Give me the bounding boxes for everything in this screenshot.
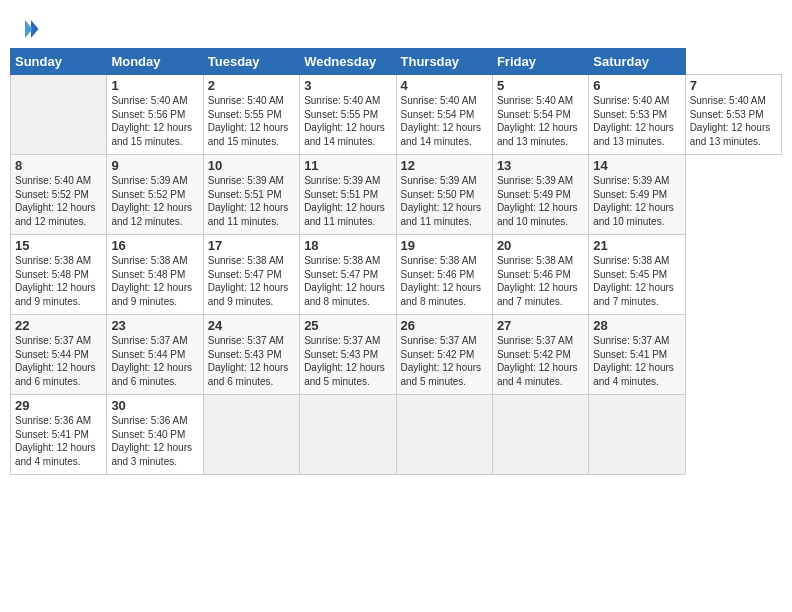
day-info: Sunrise: 5:40 AM Sunset: 5:55 PM Dayligh… [208,94,295,148]
day-number: 2 [208,78,295,93]
day-info: Sunrise: 5:37 AM Sunset: 5:43 PM Dayligh… [208,334,295,388]
day-number: 1 [111,78,198,93]
logo [10,14,42,44]
day-number: 24 [208,318,295,333]
day-info: Sunrise: 5:38 AM Sunset: 5:48 PM Dayligh… [15,254,102,308]
calendar-header-row: SundayMondayTuesdayWednesdayThursdayFrid… [11,49,782,75]
day-number: 20 [497,238,584,253]
day-info: Sunrise: 5:38 AM Sunset: 5:48 PM Dayligh… [111,254,198,308]
calendar-week-5: 29 Sunrise: 5:36 AM Sunset: 5:41 PM Dayl… [11,395,782,475]
day-number: 11 [304,158,391,173]
calendar-day: 1 Sunrise: 5:40 AM Sunset: 5:56 PM Dayli… [107,75,203,155]
day-header-monday: Monday [107,49,203,75]
day-info: Sunrise: 5:39 AM Sunset: 5:49 PM Dayligh… [593,174,680,228]
day-info: Sunrise: 5:39 AM Sunset: 5:52 PM Dayligh… [111,174,198,228]
day-info: Sunrise: 5:38 AM Sunset: 5:45 PM Dayligh… [593,254,680,308]
day-info: Sunrise: 5:38 AM Sunset: 5:46 PM Dayligh… [401,254,488,308]
day-number: 4 [401,78,488,93]
calendar-day: 11 Sunrise: 5:39 AM Sunset: 5:51 PM Dayl… [300,155,396,235]
day-number: 19 [401,238,488,253]
day-header-tuesday: Tuesday [203,49,299,75]
day-info: Sunrise: 5:40 AM Sunset: 5:54 PM Dayligh… [401,94,488,148]
day-number: 5 [497,78,584,93]
day-info: Sunrise: 5:40 AM Sunset: 5:55 PM Dayligh… [304,94,391,148]
day-info: Sunrise: 5:36 AM Sunset: 5:41 PM Dayligh… [15,414,102,468]
calendar-day: 16 Sunrise: 5:38 AM Sunset: 5:48 PM Dayl… [107,235,203,315]
day-header-saturday: Saturday [589,49,685,75]
calendar-day [11,75,107,155]
day-info: Sunrise: 5:39 AM Sunset: 5:49 PM Dayligh… [497,174,584,228]
day-info: Sunrise: 5:40 AM Sunset: 5:56 PM Dayligh… [111,94,198,148]
day-header-friday: Friday [492,49,588,75]
calendar-day: 19 Sunrise: 5:38 AM Sunset: 5:46 PM Dayl… [396,235,492,315]
calendar-day: 20 Sunrise: 5:38 AM Sunset: 5:46 PM Dayl… [492,235,588,315]
day-info: Sunrise: 5:37 AM Sunset: 5:44 PM Dayligh… [111,334,198,388]
calendar-day: 14 Sunrise: 5:39 AM Sunset: 5:49 PM Dayl… [589,155,685,235]
day-number: 21 [593,238,680,253]
day-number: 9 [111,158,198,173]
calendar-day: 10 Sunrise: 5:39 AM Sunset: 5:51 PM Dayl… [203,155,299,235]
day-info: Sunrise: 5:39 AM Sunset: 5:50 PM Dayligh… [401,174,488,228]
day-number: 23 [111,318,198,333]
day-number: 12 [401,158,488,173]
day-number: 22 [15,318,102,333]
calendar-day: 24 Sunrise: 5:37 AM Sunset: 5:43 PM Dayl… [203,315,299,395]
page-header [10,10,782,44]
day-number: 3 [304,78,391,93]
calendar-day: 25 Sunrise: 5:37 AM Sunset: 5:43 PM Dayl… [300,315,396,395]
calendar-day: 12 Sunrise: 5:39 AM Sunset: 5:50 PM Dayl… [396,155,492,235]
day-info: Sunrise: 5:39 AM Sunset: 5:51 PM Dayligh… [208,174,295,228]
day-info: Sunrise: 5:40 AM Sunset: 5:53 PM Dayligh… [690,94,777,148]
day-info: Sunrise: 5:36 AM Sunset: 5:40 PM Dayligh… [111,414,198,468]
day-info: Sunrise: 5:39 AM Sunset: 5:51 PM Dayligh… [304,174,391,228]
day-number: 26 [401,318,488,333]
calendar-day: 7 Sunrise: 5:40 AM Sunset: 5:53 PM Dayli… [685,75,781,155]
calendar-day [300,395,396,475]
day-info: Sunrise: 5:38 AM Sunset: 5:47 PM Dayligh… [304,254,391,308]
day-number: 30 [111,398,198,413]
calendar-week-2: 8 Sunrise: 5:40 AM Sunset: 5:52 PM Dayli… [11,155,782,235]
calendar-day: 29 Sunrise: 5:36 AM Sunset: 5:41 PM Dayl… [11,395,107,475]
calendar-day: 4 Sunrise: 5:40 AM Sunset: 5:54 PM Dayli… [396,75,492,155]
calendar-day [589,395,685,475]
day-number: 14 [593,158,680,173]
day-number: 10 [208,158,295,173]
calendar-day: 13 Sunrise: 5:39 AM Sunset: 5:49 PM Dayl… [492,155,588,235]
calendar-day: 2 Sunrise: 5:40 AM Sunset: 5:55 PM Dayli… [203,75,299,155]
day-number: 7 [690,78,777,93]
day-info: Sunrise: 5:38 AM Sunset: 5:47 PM Dayligh… [208,254,295,308]
day-number: 13 [497,158,584,173]
calendar-day: 28 Sunrise: 5:37 AM Sunset: 5:41 PM Dayl… [589,315,685,395]
calendar-week-4: 22 Sunrise: 5:37 AM Sunset: 5:44 PM Dayl… [11,315,782,395]
calendar-day [203,395,299,475]
calendar-day: 15 Sunrise: 5:38 AM Sunset: 5:48 PM Dayl… [11,235,107,315]
day-info: Sunrise: 5:37 AM Sunset: 5:44 PM Dayligh… [15,334,102,388]
day-number: 17 [208,238,295,253]
day-number: 29 [15,398,102,413]
day-info: Sunrise: 5:37 AM Sunset: 5:43 PM Dayligh… [304,334,391,388]
day-number: 27 [497,318,584,333]
day-info: Sunrise: 5:38 AM Sunset: 5:46 PM Dayligh… [497,254,584,308]
calendar-week-1: 1 Sunrise: 5:40 AM Sunset: 5:56 PM Dayli… [11,75,782,155]
calendar-table: SundayMondayTuesdayWednesdayThursdayFrid… [10,48,782,475]
day-info: Sunrise: 5:40 AM Sunset: 5:54 PM Dayligh… [497,94,584,148]
day-header-sunday: Sunday [11,49,107,75]
calendar-day: 3 Sunrise: 5:40 AM Sunset: 5:55 PM Dayli… [300,75,396,155]
day-header-wednesday: Wednesday [300,49,396,75]
day-info: Sunrise: 5:37 AM Sunset: 5:41 PM Dayligh… [593,334,680,388]
day-info: Sunrise: 5:37 AM Sunset: 5:42 PM Dayligh… [401,334,488,388]
calendar-week-3: 15 Sunrise: 5:38 AM Sunset: 5:48 PM Dayl… [11,235,782,315]
day-info: Sunrise: 5:40 AM Sunset: 5:53 PM Dayligh… [593,94,680,148]
calendar-day: 5 Sunrise: 5:40 AM Sunset: 5:54 PM Dayli… [492,75,588,155]
day-number: 15 [15,238,102,253]
calendar-day: 9 Sunrise: 5:39 AM Sunset: 5:52 PM Dayli… [107,155,203,235]
calendar-day: 17 Sunrise: 5:38 AM Sunset: 5:47 PM Dayl… [203,235,299,315]
calendar-day: 21 Sunrise: 5:38 AM Sunset: 5:45 PM Dayl… [589,235,685,315]
calendar-day: 30 Sunrise: 5:36 AM Sunset: 5:40 PM Dayl… [107,395,203,475]
calendar-day [396,395,492,475]
calendar-day [492,395,588,475]
calendar-day: 18 Sunrise: 5:38 AM Sunset: 5:47 PM Dayl… [300,235,396,315]
calendar-day: 22 Sunrise: 5:37 AM Sunset: 5:44 PM Dayl… [11,315,107,395]
day-number: 8 [15,158,102,173]
day-info: Sunrise: 5:40 AM Sunset: 5:52 PM Dayligh… [15,174,102,228]
